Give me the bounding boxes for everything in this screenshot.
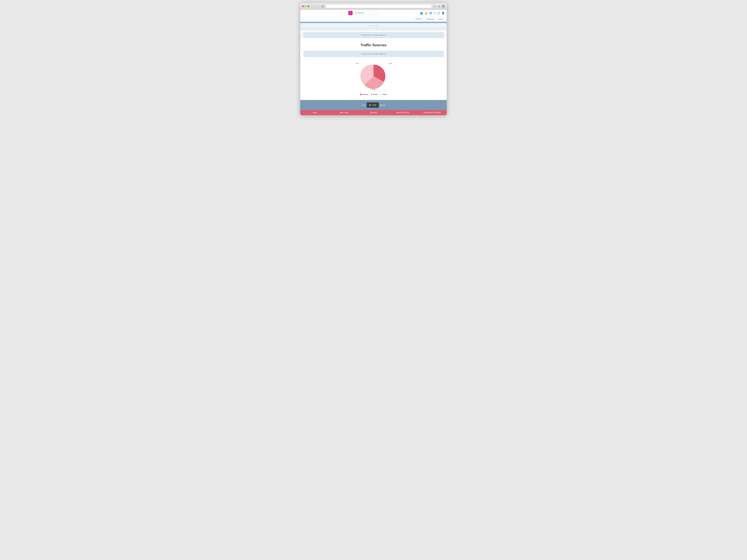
maximize-button[interactable] xyxy=(307,5,309,7)
tablet-label: 27.52 xyxy=(356,63,359,64)
col-bounce-rate-label: Bounce rate (%) xyxy=(396,111,409,114)
title-bar: ‹ › ⊡ ⎙ ⧉ + xyxy=(300,3,447,10)
table-widget-label: Table xyxy=(372,104,377,106)
forward-button[interactable]: › xyxy=(315,5,319,8)
legend-tablet-label: Tablet xyxy=(383,94,387,95)
table-drop-right-arrow: iget ► xyxy=(380,104,385,106)
nav-buttons: ‹ › xyxy=(311,5,319,8)
blue-top-bar xyxy=(300,22,447,23)
toolbar-right-icons: 👥 🔔 🌐 ⚙ 📋 👤 xyxy=(420,12,445,15)
pie-chart: 27.52 30.04 29.84 xyxy=(357,61,390,91)
page-break-text: page break xyxy=(368,25,378,26)
sidebar-toggle[interactable]: ⊡ xyxy=(320,5,325,8)
chart-area: 27.52 30.04 29.84 Desktop Mobile Tablet xyxy=(300,58,447,100)
settings-icon[interactable]: ⚙ xyxy=(434,12,436,15)
add-widget-button[interactable]: + xyxy=(349,11,353,15)
title-bar-right-icons: ⎙ ⧉ + xyxy=(433,5,445,8)
search-input[interactable] xyxy=(358,12,376,14)
toolbar-left: + 🔍 xyxy=(302,11,378,15)
download-button[interactable]: ↓ Download xyxy=(424,17,436,21)
col-sessions-label: Sessions xyxy=(370,111,377,114)
share-icon[interactable]: ⎙ xyxy=(433,5,437,8)
legend-desktop-label: Desktop xyxy=(362,94,368,95)
col-bounce-rate: Bounce rate (%) xyxy=(388,110,417,115)
duplicate-icon[interactable]: ⧉ xyxy=(437,5,441,8)
col-new-users: New Users xyxy=(330,110,359,115)
page-content: page break ◄ Drop here to create widget … xyxy=(300,22,447,115)
drop-zone-1[interactable]: ◄ Drop here to create widget ► xyxy=(303,32,444,38)
add-tab-button[interactable]: + xyxy=(442,5,445,8)
data-table-header: Users New Users Sessions Bounce rate (%)… xyxy=(300,110,447,115)
col-sessions: Sessions xyxy=(359,110,388,115)
desktop-label: 30.04 xyxy=(389,63,392,64)
traffic-lights xyxy=(302,5,309,7)
legend-tablet-dot xyxy=(380,94,382,95)
user-icon[interactable]: 👤 xyxy=(442,12,445,15)
drop-zone-2[interactable]: ◄ Drop here to create widget ► xyxy=(303,51,444,57)
page-title: Traffic Sources xyxy=(300,43,447,47)
more-button[interactable]: • More xyxy=(437,17,445,21)
drop-zone-2-text: ◄ Drop here to create widget ► xyxy=(361,53,386,55)
legend-desktop: Desktop xyxy=(360,94,368,95)
legend-mobile: Mobile xyxy=(371,94,378,95)
send-button[interactable]: ✉ Send xyxy=(414,17,423,21)
minimize-button[interactable] xyxy=(305,5,307,7)
table-widget-button[interactable]: ⊞ Table xyxy=(367,102,379,108)
col-users-label: Users xyxy=(313,111,317,114)
notifications-icon[interactable]: 🔔 xyxy=(424,12,428,15)
legend-mobile-dot xyxy=(371,94,372,95)
col-avg-session: Avg Session Duration xyxy=(417,110,447,115)
col-users: Users xyxy=(300,110,330,115)
globe-icon[interactable]: 🌐 xyxy=(429,12,432,15)
users-icon[interactable]: 👥 xyxy=(420,12,423,15)
search-icon: 🔍 xyxy=(355,12,357,14)
chart-legend: Desktop Mobile Tablet xyxy=(360,94,387,95)
page-break: page break xyxy=(300,23,447,28)
col-new-users-label: New Users xyxy=(340,111,349,114)
browser-window: ‹ › ⊡ ⎙ ⧉ + + 🔍 👥 🔔 🌐 ⚙ 📋 👤 xyxy=(300,3,447,115)
report-heading: Traffic Sources xyxy=(300,39,447,50)
mobile-label: 29.84 xyxy=(372,89,375,90)
table-grid-icon: ⊞ xyxy=(369,104,371,106)
table-drop-left-arrow: ◄ D xyxy=(362,104,365,106)
close-button[interactable] xyxy=(302,5,304,7)
light-blue-spacer xyxy=(300,28,447,31)
legend-tablet: Tablet xyxy=(380,94,387,95)
action-bar: ✉ Send ↓ Download • More xyxy=(300,17,447,22)
back-button[interactable]: ‹ xyxy=(311,5,315,8)
legend-mobile-label: Mobile xyxy=(373,94,378,95)
app-toolbar: + 🔍 👥 🔔 🌐 ⚙ 📋 👤 xyxy=(300,10,447,17)
col-avg-session-label: Avg Session Duration xyxy=(423,111,441,114)
clipboard-icon[interactable]: 📋 xyxy=(437,12,440,15)
search-bar: 🔍 xyxy=(354,11,378,15)
address-bar[interactable] xyxy=(326,4,432,8)
legend-desktop-dot xyxy=(360,94,362,95)
drop-zone-1-text: ◄ Drop here to create widget ► xyxy=(361,34,386,36)
